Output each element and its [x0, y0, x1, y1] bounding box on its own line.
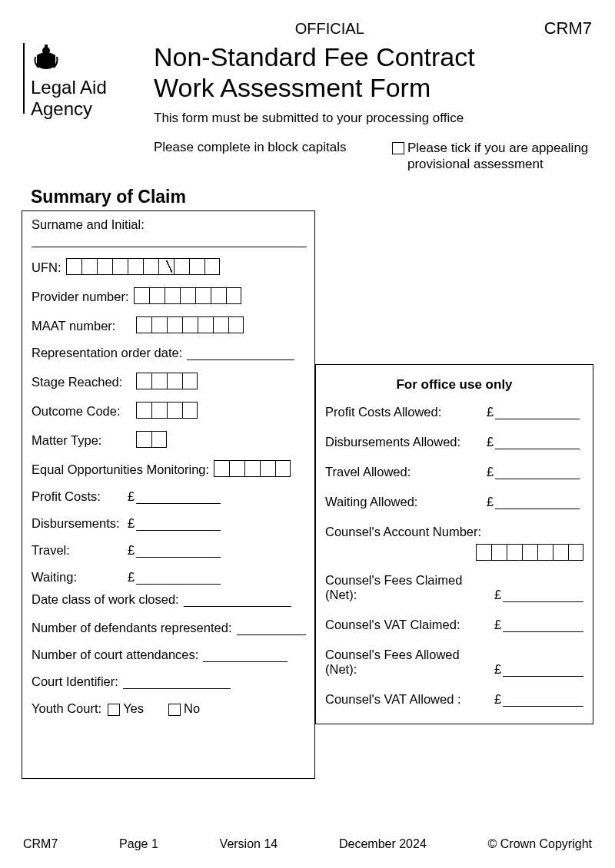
counsel-vat-claimed-input[interactable] — [503, 618, 583, 632]
form-code-top: CRM7 — [544, 18, 592, 38]
pound-symbol: £ — [128, 489, 135, 504]
profit-costs-input[interactable] — [136, 490, 221, 504]
counsel-acct-label: Counsel's Account Number: — [325, 525, 583, 539]
maat-label: MAAT number: — [32, 319, 131, 333]
pound-symbol: £ — [494, 588, 501, 602]
royal-crest-icon — [31, 41, 62, 72]
waiting-input[interactable] — [136, 571, 221, 585]
ufn-label: UFN: — [32, 260, 62, 275]
eom-input[interactable] — [214, 460, 291, 477]
pound-symbol: £ — [487, 465, 494, 479]
footer-page: Page 1 — [119, 837, 158, 851]
pound-symbol: £ — [487, 435, 494, 449]
eom-label: Equal Opportunities Monitoring: — [32, 462, 209, 477]
disb-allowed-label: Disbursements Allowed: — [325, 435, 487, 449]
disb-allowed-input[interactable] — [495, 436, 580, 449]
provider-label: Provider number: — [32, 290, 129, 304]
appeal-checkbox[interactable] — [392, 142, 404, 154]
counsel-fees-claimed-label: Counsel's Fees Claimed (Net): — [325, 573, 494, 602]
outcome-label: Outcome Code: — [32, 404, 131, 419]
waiting-allowed-label: Waiting Allowed: — [325, 495, 487, 509]
num-court-input[interactable] — [203, 648, 288, 662]
counsel-acct-input[interactable] — [476, 544, 583, 561]
instruction-block-capitals: Please complete in block capitals — [154, 140, 392, 173]
office-use-title: For office use only — [325, 377, 583, 393]
profit-allowed-input[interactable] — [495, 406, 580, 419]
ufn-input[interactable] — [66, 258, 220, 275]
disbursements-input[interactable] — [136, 517, 221, 531]
youth-yes-checkbox[interactable] — [108, 704, 120, 716]
section-title-summary: Summary of Claim — [31, 187, 615, 207]
footer-copyright: © Crown Copyright — [488, 837, 592, 851]
footer-date: December 2024 — [339, 837, 427, 851]
agency-name-line1: Legal Aid — [31, 77, 107, 98]
yes-label: Yes — [123, 701, 144, 716]
disbursements-label: Disbursements: — [32, 516, 128, 531]
counsel-fees-allowed-input[interactable] — [503, 663, 583, 677]
footer-version: Version 14 — [220, 837, 278, 851]
court-id-input[interactable] — [123, 675, 231, 689]
pound-symbol: £ — [128, 543, 135, 558]
counsel-vat-allowed-input[interactable] — [503, 693, 583, 707]
header-row: OFFICIAL CRM7 — [23, 18, 592, 38]
svg-rect-1 — [45, 45, 48, 48]
office-use-box: For office use only Profit Costs Allowed… — [315, 364, 593, 724]
profit-allowed-label: Profit Costs Allowed: — [325, 405, 487, 419]
pound-symbol: £ — [487, 495, 494, 509]
date-closed-input[interactable] — [184, 593, 291, 607]
court-id-label: Court Identifier: — [32, 674, 118, 689]
pound-symbol: £ — [494, 692, 501, 707]
counsel-vat-allowed-label: Counsel's VAT Allowed : — [325, 692, 494, 707]
agency-logo-block: Legal Aid Agency — [23, 41, 154, 173]
youth-no-checkbox[interactable] — [168, 704, 181, 716]
summary-of-claim-box: Surname and Initial: UFN: Provider numbe… — [22, 210, 315, 779]
date-closed-label: Date class of work closed: — [32, 592, 179, 607]
footer-form-code: CRM7 — [23, 837, 58, 851]
form-title: Non-Standard Fee Contract Work Assessmen… — [154, 41, 592, 103]
classification-label: OFFICIAL — [115, 20, 544, 38]
num-defendants-input[interactable] — [237, 621, 306, 635]
travel-input[interactable] — [136, 544, 221, 558]
num-court-label: Number of court attendances: — [32, 648, 198, 662]
appeal-label: Please tick if you are appealing provisi… — [407, 140, 592, 173]
pound-symbol: £ — [494, 662, 501, 677]
stage-label: Stage Reached: — [32, 375, 131, 389]
num-defendants-label: Number of defendants represented: — [32, 621, 232, 635]
travel-allowed-label: Travel Allowed: — [325, 465, 487, 479]
profit-costs-label: Profit Costs: — [32, 489, 128, 504]
no-label: No — [184, 701, 200, 716]
provider-input[interactable] — [134, 287, 241, 304]
waiting-allowed-input[interactable] — [495, 495, 580, 509]
counsel-vat-claimed-label: Counsel's VAT Claimed: — [325, 618, 494, 632]
stage-input[interactable] — [136, 373, 198, 389]
maat-input[interactable] — [136, 316, 244, 333]
waiting-label: Waiting: — [32, 570, 128, 585]
outcome-input[interactable] — [136, 402, 198, 419]
travel-label: Travel: — [32, 543, 128, 558]
rep-order-label: Representation order date: — [32, 346, 182, 360]
pound-symbol: £ — [494, 618, 501, 632]
surname-input[interactable] — [32, 237, 307, 247]
pound-symbol: £ — [128, 516, 135, 531]
youth-court-label: Youth Court: — [32, 701, 101, 716]
pound-symbol: £ — [487, 405, 494, 419]
pound-symbol: £ — [128, 570, 135, 585]
matter-input[interactable] — [136, 431, 167, 448]
matter-label: Matter Type: — [32, 433, 131, 448]
travel-allowed-input[interactable] — [495, 465, 580, 479]
agency-name-line2: Agency — [31, 98, 107, 120]
counsel-fees-allowed-label: Counsel's Fees Allowed (Net): — [325, 648, 494, 677]
form-subtitle: This form must be submitted to your proc… — [154, 111, 592, 126]
counsel-fees-claimed-input[interactable] — [503, 588, 583, 602]
page-footer: CRM7 Page 1 Version 14 December 2024 © C… — [23, 837, 592, 851]
surname-label: Surname and Initial: — [32, 217, 307, 232]
rep-order-input[interactable] — [187, 346, 294, 360]
